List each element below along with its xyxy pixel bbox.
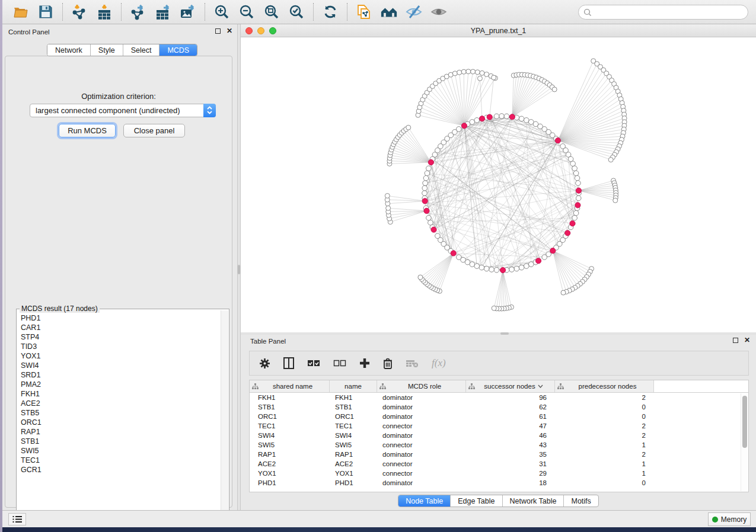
clone-network-icon[interactable] bbox=[355, 4, 373, 20]
column-header-successor-nodes[interactable]: successor nodes bbox=[466, 380, 555, 392]
task-history-button[interactable] bbox=[8, 513, 26, 525]
mcds-result-item[interactable]: ACE2 bbox=[21, 399, 221, 408]
mcds-result-item[interactable]: PMA2 bbox=[21, 380, 221, 389]
table-scrollbar[interactable] bbox=[741, 393, 748, 491]
criterion-dropdown[interactable]: largest connected component (undirected) bbox=[30, 104, 216, 117]
table-row[interactable]: ORC1ORC1dominator610 bbox=[250, 412, 748, 421]
zoom-out-icon[interactable] bbox=[238, 4, 256, 20]
mcds-result-item[interactable]: PHD1 bbox=[21, 313, 221, 323]
table-cell: dominator bbox=[377, 394, 466, 401]
tab-edge-table[interactable]: Edge Table bbox=[451, 495, 502, 507]
network-view-window: YPA_prune.txt_1 bbox=[241, 24, 756, 332]
table-row[interactable]: ACE2ACE2connector311 bbox=[250, 459, 748, 469]
table-row[interactable]: PHD1PHD1dominator180 bbox=[250, 478, 748, 488]
show-all-icon[interactable] bbox=[430, 4, 448, 20]
mcds-result-item[interactable]: STP4 bbox=[21, 332, 221, 342]
import-network-icon[interactable] bbox=[71, 4, 88, 20]
export-network-icon[interactable] bbox=[129, 4, 147, 20]
mcds-tab-pane: Optimization criterion: largest connecte… bbox=[5, 56, 232, 508]
mcds-result-item[interactable]: SWI4 bbox=[21, 361, 221, 370]
control-panel-tabstrip: NetworkStyleSelectMCDS bbox=[47, 44, 197, 56]
table-cell: 2 bbox=[555, 451, 654, 458]
table-cell: 29 bbox=[466, 470, 555, 477]
table-row[interactable]: TEC1TEC1connector472 bbox=[250, 421, 748, 431]
network-window-titlebar[interactable]: YPA_prune.txt_1 bbox=[241, 24, 756, 37]
mcds-list-scrollbar[interactable] bbox=[221, 310, 228, 525]
table-row[interactable]: YOX1YOX1connector291 bbox=[250, 469, 748, 478]
column-header-shared-name[interactable]: shared name bbox=[250, 380, 330, 392]
mcds-result-item[interactable]: CAR1 bbox=[21, 323, 221, 332]
list-icon bbox=[12, 515, 22, 523]
table-cell: 1 bbox=[555, 470, 654, 477]
table-row[interactable]: RAP1RAP1dominator352 bbox=[250, 450, 748, 459]
export-table-icon[interactable] bbox=[154, 4, 172, 20]
search-box[interactable] bbox=[578, 5, 748, 20]
mcds-result-item[interactable]: ORC1 bbox=[21, 418, 221, 427]
export-image-icon[interactable] bbox=[179, 4, 197, 20]
close-panel-icon[interactable]: ✕ bbox=[744, 338, 750, 343]
delete-table-icon bbox=[406, 359, 419, 368]
table-cell: dominator bbox=[377, 403, 466, 411]
mcds-result-item[interactable]: SWI5 bbox=[21, 446, 221, 456]
float-panel-icon[interactable] bbox=[733, 338, 738, 343]
tab-mcds[interactable]: MCDS bbox=[160, 44, 197, 56]
add-row-icon[interactable] bbox=[359, 358, 370, 368]
tab-motifs[interactable]: Motifs bbox=[564, 495, 598, 507]
mcds-result-item[interactable]: STB1 bbox=[21, 437, 221, 446]
show-column-icon[interactable] bbox=[283, 357, 294, 369]
memory-button[interactable]: Memory bbox=[708, 512, 751, 526]
table-cell: YOX1 bbox=[250, 470, 330, 477]
table-cell: STB1 bbox=[250, 403, 330, 411]
node-table[interactable]: shared namenameMCDS rolesuccessor nodes … bbox=[249, 380, 749, 492]
zoom-fit-icon[interactable] bbox=[263, 4, 280, 20]
zoom-selected-icon[interactable] bbox=[288, 4, 305, 20]
mcds-result-item[interactable]: SRD1 bbox=[21, 370, 221, 380]
table-panel-title: Table Panel bbox=[250, 338, 286, 345]
tab-select[interactable]: Select bbox=[123, 44, 160, 56]
tab-node-table[interactable]: Node Table bbox=[398, 495, 451, 507]
tab-network-table[interactable]: Network Table bbox=[503, 495, 564, 507]
column-header-MCDS-role[interactable]: MCDS role bbox=[377, 380, 466, 392]
close-panel-button[interactable]: Close panel bbox=[123, 124, 185, 137]
table-row[interactable]: FKH1FKH1dominator962 bbox=[250, 393, 748, 402]
tab-network[interactable]: Network bbox=[47, 44, 91, 56]
run-mcds-button[interactable]: Run MCDS bbox=[59, 124, 116, 137]
save-session-icon[interactable] bbox=[37, 4, 55, 20]
refresh-icon[interactable] bbox=[321, 4, 339, 20]
status-bar: Memory bbox=[2, 510, 756, 527]
select-all-icon[interactable] bbox=[307, 359, 320, 367]
table-cell: FKH1 bbox=[330, 394, 377, 401]
zoom-in-icon[interactable] bbox=[213, 4, 231, 20]
divider-handle[interactable] bbox=[238, 265, 240, 274]
toolbar-separator bbox=[205, 3, 205, 21]
table-row[interactable]: STB1STB1dominator620 bbox=[250, 402, 748, 412]
network-canvas[interactable] bbox=[241, 37, 756, 332]
mcds-result-item[interactable]: TEC1 bbox=[21, 456, 221, 465]
scrollbar-thumb[interactable] bbox=[742, 396, 747, 448]
float-panel-icon[interactable] bbox=[215, 28, 221, 34]
mcds-result-item[interactable]: YOX1 bbox=[21, 351, 221, 361]
mcds-result-item[interactable]: GCR1 bbox=[21, 465, 221, 475]
table-cell: dominator bbox=[377, 413, 466, 420]
mcds-result-list[interactable]: PHD1CAR1STP4TID3YOX1SWI4SRD1PMA2FKH1ACE2… bbox=[17, 311, 221, 526]
close-panel-icon[interactable]: ✕ bbox=[227, 28, 232, 34]
table-row[interactable]: SWI4SWI4dominator462 bbox=[250, 431, 748, 440]
column-header-predecessor-nodes[interactable]: predecessor nodes bbox=[555, 380, 654, 392]
mcds-result-item[interactable]: TID3 bbox=[21, 342, 221, 351]
hide-selected-icon[interactable] bbox=[405, 4, 423, 20]
table-row[interactable]: SWI5SWI5connector431 bbox=[250, 440, 748, 450]
delete-row-icon[interactable] bbox=[383, 358, 393, 369]
import-table-icon[interactable] bbox=[95, 4, 113, 20]
table-cell: PHD1 bbox=[330, 479, 377, 486]
column-header-name[interactable]: name bbox=[330, 380, 377, 392]
mcds-result-item[interactable]: STB5 bbox=[21, 408, 221, 418]
mcds-result-item[interactable]: RAP1 bbox=[21, 427, 221, 437]
open-file-icon[interactable] bbox=[12, 4, 30, 20]
network-graph[interactable] bbox=[241, 37, 756, 332]
mcds-result-item[interactable]: FKH1 bbox=[21, 389, 221, 399]
unselect-all-icon[interactable] bbox=[333, 359, 346, 367]
tab-style[interactable]: Style bbox=[91, 44, 123, 56]
table-options-gear-icon[interactable] bbox=[259, 358, 270, 369]
first-neighbors-icon[interactable] bbox=[380, 4, 398, 20]
search-input[interactable] bbox=[592, 8, 740, 17]
